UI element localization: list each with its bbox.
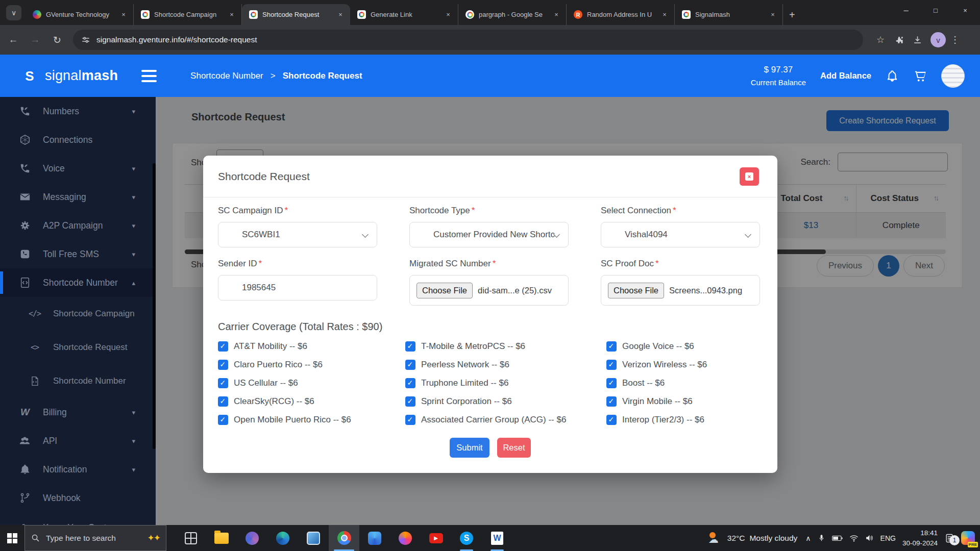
window-close-button[interactable]: × <box>950 0 980 20</box>
select-connection-select[interactable]: Vishal4094 <box>601 222 760 247</box>
tab-close-icon[interactable]: × <box>552 10 561 19</box>
submit-button[interactable]: Submit <box>450 438 489 458</box>
browser-profile-avatar[interactable]: v <box>930 32 946 47</box>
checkbox-checked[interactable] <box>405 341 415 352</box>
sidebar-item-messaging[interactable]: Messaging ▾ <box>0 183 156 211</box>
checkbox-checked[interactable] <box>606 341 617 352</box>
choose-file-button[interactable]: Choose File <box>608 283 664 298</box>
carrier-checkbox-row[interactable]: AT&T Mobility -- $6 <box>218 340 391 353</box>
tab-close-icon[interactable]: × <box>336 10 345 19</box>
sidebar-item-notification[interactable]: Notification ▾ <box>0 455 156 484</box>
sidebar-item-toll-free-sms[interactable]: Toll Free SMS ▾ <box>0 240 156 268</box>
edge-icon[interactable] <box>267 525 298 551</box>
checkbox-checked[interactable] <box>218 415 228 425</box>
wifi-icon[interactable] <box>849 535 859 542</box>
carrier-checkbox-row[interactable]: T-Mobile & MetroPCS -- $6 <box>405 340 593 353</box>
sender-id-input[interactable]: 1985645 <box>218 275 377 300</box>
microphone-icon[interactable] <box>818 534 825 542</box>
file-explorer-icon[interactable] <box>206 525 237 551</box>
checkbox-checked[interactable] <box>218 396 228 407</box>
sidebar-item-know-your-customer[interactable]: Know Your Customer <box>0 513 156 525</box>
language-indicator[interactable]: ENG <box>880 534 896 542</box>
tab-search-icon[interactable]: ∨ <box>6 5 21 20</box>
carrier-checkbox-row[interactable]: Open Mobile Puerto Rico -- $6 <box>218 413 391 426</box>
loop-app-icon[interactable] <box>237 525 267 551</box>
notifications-bell-icon[interactable] <box>886 69 899 83</box>
sc-proof-doc-file-input[interactable]: Choose File Screens...0943.png <box>601 275 760 306</box>
carrier-checkbox-row[interactable]: US Cellular -- $6 <box>218 377 391 389</box>
carrier-checkbox-row[interactable]: Verizon Wireless -- $6 <box>606 358 780 371</box>
sidebar-item-shortcode-request[interactable]: <> Shortcode Request <box>0 331 156 364</box>
user-avatar[interactable] <box>941 64 965 88</box>
dev-app-icon[interactable] <box>359 525 390 551</box>
signalmash-logo[interactable]: S signalmash <box>19 66 118 86</box>
cart-icon[interactable] <box>913 69 927 83</box>
breadcrumb-parent[interactable]: Shortcode Number <box>190 71 263 81</box>
tab-close-icon[interactable]: × <box>227 10 236 19</box>
tab-close-icon[interactable]: × <box>119 10 128 19</box>
clock[interactable]: 18:41 30-09-2024 <box>902 528 938 548</box>
chrome-icon[interactable] <box>329 525 359 551</box>
sc-campaign-id-select[interactable]: SC6WBI1 <box>218 222 377 247</box>
url-bar[interactable]: signalmash.gventure.info/#/shortcode-req… <box>73 30 863 50</box>
checkbox-checked[interactable] <box>606 396 617 407</box>
forward-icon[interactable]: → <box>27 31 44 48</box>
carrier-checkbox-row[interactable]: Virgin Mobile -- $6 <box>606 395 780 408</box>
sidebar-item-shortcode-number[interactable]: Shortcode Number ▴ <box>0 268 156 297</box>
carrier-checkbox-row[interactable]: Peerless Network -- $6 <box>405 358 593 371</box>
carrier-checkbox-row[interactable]: Associated Carrier Group (ACG) -- $6 <box>405 413 593 426</box>
browser-tab-active[interactable]: Shortcode Request × <box>242 4 350 25</box>
task-view-icon[interactable] <box>176 525 206 551</box>
sidebar-item-api[interactable]: API ▾ <box>0 427 156 455</box>
reload-icon[interactable]: ↻ <box>48 31 66 48</box>
downloads-icon[interactable] <box>908 31 926 49</box>
new-tab-button[interactable]: + <box>789 9 795 21</box>
weather-widget[interactable]: ☁ 32°C Mostly cloudy <box>708 532 798 544</box>
site-info-icon[interactable] <box>81 35 90 44</box>
checkbox-checked[interactable] <box>606 415 617 425</box>
sidebar-item-shortcode-campaign[interactable]: </> Shortcode Campaign <box>0 297 156 331</box>
sidebar-item-billing[interactable]: W Billing ▾ <box>0 398 156 427</box>
sidebar-item-webhook[interactable]: Webhook <box>0 484 156 512</box>
shortcode-type-select[interactable]: Customer Provided New Shortc <box>409 222 569 247</box>
checkbox-checked[interactable] <box>218 378 228 388</box>
sidebar-item-connections[interactable]: Connections <box>0 126 156 154</box>
add-balance-button[interactable]: Add Balance <box>820 71 871 81</box>
window-maximize-button[interactable]: □ <box>921 0 950 20</box>
migrated-sc-number-file-input[interactable]: Choose File did-sam...e (25).csv <box>409 275 569 306</box>
browser-tab[interactable]: Generate Link × <box>350 4 458 25</box>
carrier-checkbox-row[interactable]: Google Voice -- $6 <box>606 340 780 353</box>
tab-close-icon[interactable]: × <box>444 10 453 19</box>
browser-tab[interactable]: pargraph - Google Se × <box>458 4 567 25</box>
browser-tab[interactable]: Signalmash × <box>675 4 783 25</box>
skype-icon[interactable]: S <box>451 525 482 551</box>
notification-center-icon[interactable]: 1 <box>944 533 954 543</box>
carrier-checkbox-row[interactable]: Truphone Limited -- $6 <box>405 377 593 389</box>
sidebar-item-numbers[interactable]: Numbers ▾ <box>0 97 156 126</box>
hamburger-menu-icon[interactable] <box>141 70 157 82</box>
sidebar-item-shortcode-number-sub[interactable]: Shortcode Number <box>0 364 156 398</box>
youtube-icon[interactable]: ▶ <box>421 525 451 551</box>
browser-tab[interactable]: GVenture Technology × <box>26 4 134 25</box>
word-icon[interactable]: W <box>482 525 512 551</box>
volume-icon[interactable] <box>865 534 874 542</box>
sidebar-item-a2p-campaign[interactable]: A2P Campaign ▾ <box>0 211 156 240</box>
checkbox-checked[interactable] <box>405 360 415 370</box>
carrier-checkbox-row[interactable]: Boost -- $6 <box>606 377 780 389</box>
photos-app-icon[interactable] <box>298 525 329 551</box>
tab-close-icon[interactable]: × <box>660 10 669 19</box>
carrier-checkbox-row[interactable]: Sprint Corporation -- $6 <box>405 395 593 408</box>
bookmark-star-icon[interactable]: ☆ <box>871 31 890 49</box>
sidebar-item-voice[interactable]: Voice ▾ <box>0 154 156 183</box>
carrier-checkbox-row[interactable]: Claro Puerto Rico -- $6 <box>218 358 391 371</box>
taskbar-search-box[interactable]: Type here to search ✦✦ <box>24 525 166 551</box>
window-minimize-button[interactable]: ─ <box>891 0 921 20</box>
checkbox-checked[interactable] <box>606 378 617 388</box>
back-icon[interactable]: ← <box>5 31 22 48</box>
carrier-checkbox-row[interactable]: Interop (Tier2/3) -- $6 <box>606 413 780 426</box>
browser-tab[interactable]: R Random Address In U × <box>567 4 675 25</box>
carrier-checkbox-row[interactable]: ClearSky(RCG) -- $6 <box>218 395 391 408</box>
tray-chevron-icon[interactable]: ∧ <box>805 534 811 542</box>
copilot-icon[interactable]: PRE <box>961 531 975 545</box>
start-button[interactable] <box>0 525 24 551</box>
